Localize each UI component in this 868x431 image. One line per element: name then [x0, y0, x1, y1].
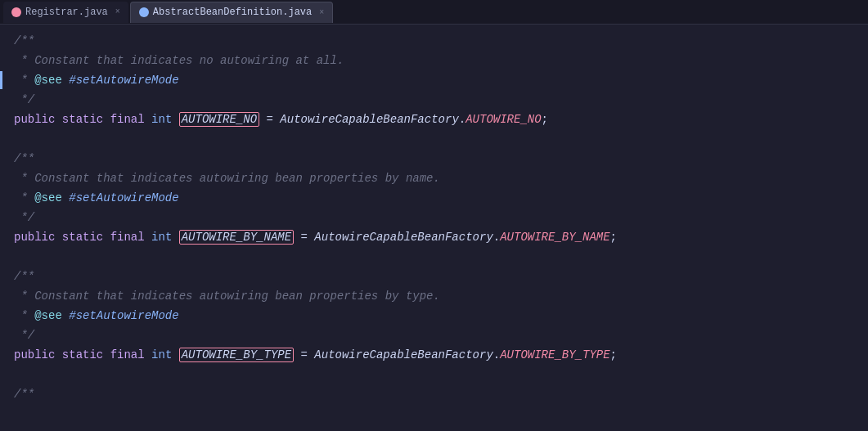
comment-see-2: * @see #setAutowireMode	[4, 189, 179, 207]
code-line: */	[0, 90, 868, 110]
tab-registrar-close[interactable]: ×	[115, 7, 120, 16]
comment-body-3: * Constant that indicates autowiring bea…	[4, 287, 440, 305]
gutter-indicator	[0, 71, 2, 89]
tab-abstractbean-label: AbstractBeanDefinition.java	[153, 7, 312, 18]
comment-open-4: /**	[4, 385, 34, 403]
code-line: /**	[0, 149, 868, 168]
tab-registrar[interactable]: Registrar.java ×	[3, 2, 128, 23]
code-line-autowire-no: public static final int AUTOWIRE_NO = Au…	[0, 110, 868, 129]
comment-close-1: */	[4, 91, 34, 109]
abstract-file-icon	[139, 7, 149, 17]
code-line: * Constant that indicates autowiring bea…	[0, 286, 868, 306]
code-autowire-no: public static final int AUTOWIRE_NO = Au…	[4, 110, 548, 128]
comment-see-1: * @see #setAutowireMode	[4, 71, 179, 89]
code-line: * @see #setAutowireMode	[0, 188, 868, 208]
comment-open-3: /**	[4, 267, 34, 285]
comment-close-2: */	[4, 209, 34, 227]
code-line-autowire-by-name: public static final int AUTOWIRE_BY_NAME…	[0, 227, 868, 247]
code-line: * Constant that indicates autowiring bea…	[0, 168, 868, 188]
code-line: /**	[0, 267, 868, 286]
comment-body-1: * Constant that indicates no autowiring …	[4, 52, 344, 70]
comment-open-2: /**	[4, 150, 34, 168]
code-line-autowire-by-type: public static final int AUTOWIRE_BY_TYPE…	[0, 345, 868, 365]
tab-registrar-label: Registrar.java	[25, 7, 108, 18]
blank-line	[0, 247, 868, 267]
code-line: * Constant that indicates no autowiring …	[0, 51, 868, 70]
blank-line	[0, 129, 868, 149]
java-file-icon	[11, 7, 21, 17]
tab-abstractbean[interactable]: AbstractBeanDefinition.java ×	[130, 2, 333, 23]
code-line: * @see #setAutowireMode	[0, 306, 868, 325]
tab-abstractbean-close[interactable]: ×	[319, 8, 324, 17]
code-line: */	[0, 208, 868, 227]
comment-body-2: * Constant that indicates autowiring bea…	[4, 169, 440, 187]
code-line: /**	[0, 384, 868, 404]
comment-close-3: */	[4, 326, 34, 344]
tab-bar: Registrar.java × AbstractBeanDefinition.…	[0, 0, 868, 25]
comment-open-1: /**	[4, 32, 34, 50]
comment-see-3: * @see #setAutowireMode	[4, 307, 179, 325]
code-autowire-by-type: public static final int AUTOWIRE_BY_TYPE…	[4, 346, 617, 364]
code-editor[interactable]: /** * Constant that indicates no autowir…	[0, 25, 868, 413]
code-line: * @see #setAutowireMode	[0, 70, 868, 90]
code-line: /**	[0, 31, 868, 51]
code-autowire-by-name: public static final int AUTOWIRE_BY_NAME…	[4, 228, 617, 246]
blank-line	[0, 365, 868, 384]
code-line: */	[0, 325, 868, 345]
